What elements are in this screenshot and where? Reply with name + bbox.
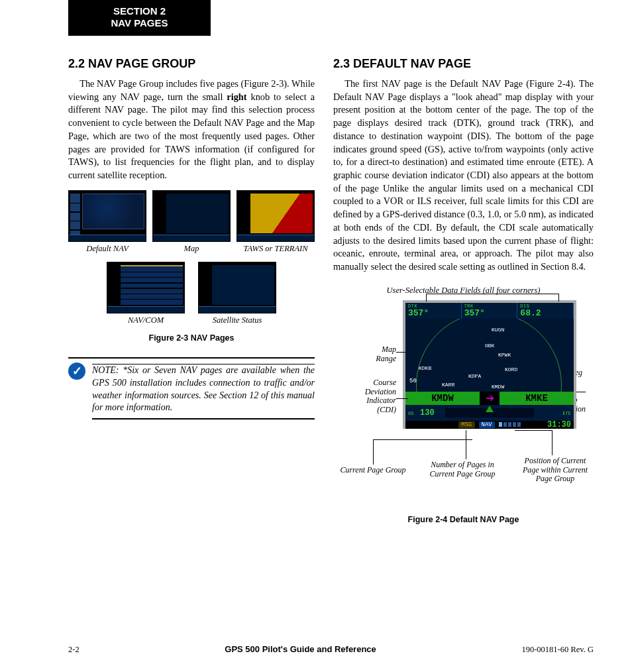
gps-screen: DTK 357° TRK 357° DIS 68.2 50 KUGN [403, 300, 576, 429]
fig-2-4-caption: Figure 2-4 Default NAV Page [333, 515, 594, 524]
footer-page: 2-2 [68, 645, 79, 655]
thumb-cap-default-nav: Default NAV [68, 244, 146, 254]
thumb-cap-satellite: Satellite Status [198, 315, 276, 325]
label-current-group: Current Page Group [333, 466, 413, 475]
wp-karr: KARR [442, 382, 454, 388]
gps-wp-flag: KMDW ➜ KMKE [405, 392, 574, 405]
thumb-cap-terrain: TAWS or TERRAIN [237, 244, 315, 254]
note-block: NOTE: *Six or Seven NAV pages are availa… [68, 357, 315, 420]
wp-kugn: KUGN [492, 327, 504, 333]
leader-top1 [426, 294, 427, 302]
cell-dtk: DTK 357° [405, 303, 462, 319]
content-columns: 2.2 NAV PAGE GROUP The NAV Page Group in… [68, 57, 594, 524]
leader-range [396, 352, 406, 353]
para-2-2-bold: right [227, 91, 246, 102]
figure-2-4: User-Selectable Data Fields (all four co… [333, 286, 594, 524]
footer: 2-2 GPS 500 Pilot's Guide and Reference … [68, 644, 594, 655]
label-map-range: MapRange [333, 345, 396, 364]
cell-trk: TRK 357° [462, 303, 518, 319]
leader-num-v [466, 430, 466, 459]
thumb-img-navcom [107, 262, 185, 313]
thumb-navcom: NAV/COM [107, 262, 185, 325]
cdi-bar [445, 405, 534, 421]
leader-top2 [558, 294, 559, 302]
note-rule-bottom [92, 418, 315, 420]
left-column: 2.2 NAV PAGE GROUP The NAV Page Group in… [68, 57, 315, 524]
section-tab: SECTION 2 NAV PAGES [68, 0, 211, 36]
section-tab-line2: NAV PAGES [75, 17, 204, 29]
thumb-cap-navcom: NAV/COM [107, 315, 185, 325]
gs-label: GS [408, 411, 413, 416]
wp-to: KMKE [500, 392, 574, 405]
wp-kpwk: KPWK [498, 352, 511, 358]
thumb-default-nav: Default NAV [68, 190, 146, 254]
cell-ete: ETE 31:30 [534, 405, 574, 421]
wp-from: KMDW [405, 392, 480, 405]
fig-2-3-row1: Default NAV Map TAWS or TERRAIN [68, 190, 315, 254]
footer-title: GPS 500 Pilot's Guide and Reference [225, 644, 376, 654]
note-body: NOTE: *Six or Seven NAV pages are availa… [92, 361, 315, 420]
thumb-map: Map [152, 190, 231, 254]
label-num-pages: Number of Pages inCurrent Page Group [419, 461, 505, 479]
gps-range: 50 [408, 377, 418, 385]
status-page-dots [499, 422, 521, 427]
thumb-img-map [152, 190, 231, 242]
heading-2-3: 2.3 DEFAULT NAV PAGE [333, 57, 594, 71]
wp-arrow-icon: ➜ [480, 392, 500, 405]
wp-kdpa: KDPA [468, 373, 481, 379]
heading-2-2: 2.2 NAV PAGE GROUP [68, 57, 315, 71]
wp-kdkb: KDKB [419, 365, 431, 371]
section-tab-line1: SECTION 2 [75, 5, 204, 17]
note-text: NOTE: *Six or Seven NAV pages are availa… [92, 364, 315, 415]
thumb-terrain: TAWS or TERRAIN [237, 190, 315, 254]
gps-arc [416, 319, 562, 392]
wp-kord: KORD [505, 366, 517, 372]
ete-value: 31:30 [547, 420, 571, 429]
leader-pos-v [552, 430, 553, 455]
thumb-img-terrain [237, 190, 315, 242]
trk-value: 357° [464, 309, 515, 317]
thumb-cap-map: Map [152, 244, 231, 254]
gps-top-row: DTK 357° TRK 357° DIS 68.2 [405, 303, 574, 319]
thumb-img-default-nav [68, 190, 146, 242]
para-2-3: The first NAV page is the Default NAV Pa… [333, 78, 594, 274]
status-msg: MSG [458, 421, 474, 428]
leader-cdi [396, 398, 408, 399]
footer-rev: 190-00181-60 Rev. G [521, 645, 594, 655]
leader-leg [576, 392, 586, 392]
wp-kmdw: KMDW [492, 384, 504, 390]
fig-2-3-row2: NAV/COM Satellite Status [68, 262, 315, 325]
gps-map-area: 50 KUGN OBK KPWK KORD KDKB KDPA KARR KMD… [405, 319, 574, 392]
thumb-img-satellite [198, 262, 276, 313]
leader-top-h [426, 294, 558, 294]
wp-obk: OBK [485, 343, 494, 349]
leader-pos-h [515, 430, 552, 431]
gs-value: 130 [420, 408, 435, 418]
gps-bottom-row: GS 130 ETE 31:30 [405, 405, 574, 421]
para-2-2-b: knob to select a different NAV page. The… [68, 91, 315, 180]
leader-grp-h [373, 439, 472, 440]
status-group: NAV [479, 421, 495, 428]
thumb-satellite: Satellite Status [198, 262, 276, 325]
label-pos-page: Position of CurrentPage within CurrentPa… [515, 457, 595, 484]
right-column: 2.3 DEFAULT NAV PAGE The first NAV page … [333, 57, 594, 524]
fig-2-3-caption: Figure 2-3 NAV Pages [68, 333, 315, 343]
label-cdi: CourseDeviationIndicator(CDI) [333, 378, 396, 415]
dis-value: 68.2 [520, 309, 570, 317]
note-icon [68, 363, 85, 380]
leader-grp-v [373, 439, 374, 465]
dtk-value: 357° [408, 309, 458, 317]
para-2-2: The NAV Page Group includes five pages (… [68, 78, 315, 182]
cell-dis: DIS 68.2 [517, 303, 574, 319]
ete-label: ETE [562, 411, 571, 416]
cell-gs: GS 130 [405, 405, 445, 421]
